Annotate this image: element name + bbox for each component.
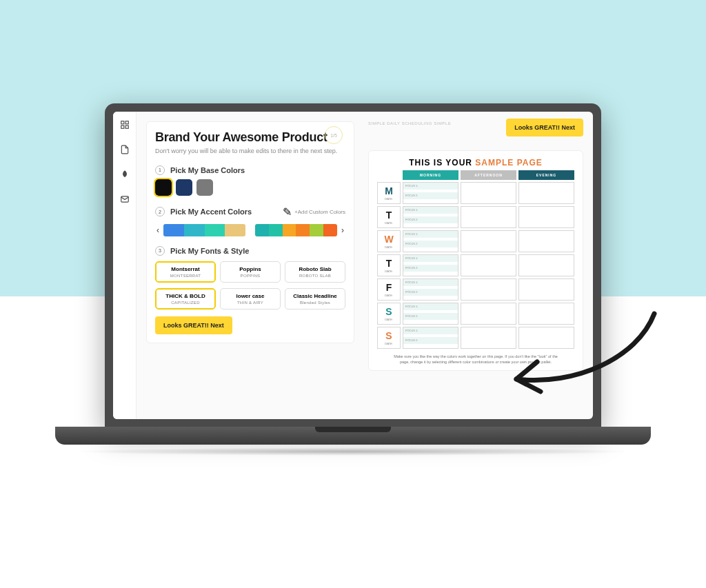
planner-slot: [518, 182, 574, 204]
step-number-1: 1: [155, 165, 165, 175]
document-icon[interactable]: [120, 145, 130, 157]
font-option[interactable]: THICK & BOLDCAPITALIZED: [155, 288, 216, 310]
accent-color-segment[interactable]: [323, 224, 337, 236]
laptop-base: [55, 427, 651, 445]
section-title-fonts: Pick My Fonts & Style: [170, 247, 249, 255]
section-base-colors: 1 Pick My Base Colors: [155, 165, 345, 196]
step-number-3: 3: [155, 246, 165, 256]
section-fonts: 3 Pick My Fonts & Style MontserratMONTSE…: [155, 246, 345, 310]
accent-palette-1[interactable]: [163, 224, 245, 236]
accent-color-segment[interactable]: [163, 224, 184, 236]
planner-header-evening: EVENING: [518, 170, 574, 180]
planner-slot: [518, 206, 574, 228]
svg-rect-1: [125, 121, 128, 124]
planner-slot: FOCUS 1:FOCUS 2:: [403, 182, 458, 204]
accent-color-segment[interactable]: [269, 224, 283, 236]
planner-slot: [461, 303, 516, 325]
planner-slot: [518, 303, 574, 325]
font-option[interactable]: PoppinsPOPPINS: [220, 261, 281, 283]
section-title-base: Pick My Base Colors: [170, 166, 245, 174]
accent-color-segment[interactable]: [283, 224, 296, 236]
planner-slot: [461, 278, 516, 301]
planner-slot: FOCUS 1:FOCUS 2:: [403, 230, 458, 252]
planner-slot: FOCUS 1:FOCUS 2:: [403, 206, 458, 228]
day-label: SDATE:: [377, 327, 401, 349]
app-screen: 1/5 Brand Your Awesome Product Don't wor…: [113, 112, 593, 419]
laptop-shadow: [70, 447, 636, 456]
section-title-accent: Pick My Accent Colors: [170, 207, 252, 216]
accent-color-segment[interactable]: [310, 224, 323, 236]
page-title: Brand Your Awesome Product: [155, 130, 345, 145]
config-card: 1/5 Brand Your Awesome Product Don't wor…: [146, 121, 354, 343]
step-indicator: 1/5: [325, 126, 343, 144]
font-option[interactable]: Roboto SlabROBOTO SLAB: [285, 261, 345, 283]
accent-color-segment[interactable]: [205, 224, 225, 236]
font-style-options: THICK & BOLDCAPITALIZEDlower caseTHIN & …: [155, 288, 345, 310]
planner-slot: FOCUS 1:FOCUS 2:: [403, 303, 458, 325]
laptop-mockup: 1/5 Brand Your Awesome Product Don't wor…: [55, 103, 651, 456]
base-color-swatch[interactable]: [155, 179, 172, 196]
font-option[interactable]: Classic HeadlineBlended Styles: [285, 288, 345, 310]
base-color-swatch[interactable]: [176, 179, 192, 196]
preview-card: THIS IS YOUR SAMPLE PAGE MORNINGAFTERNOO…: [368, 150, 583, 371]
svg-rect-3: [125, 125, 128, 128]
preview-panel: Looks GREAT!! Next SIMPLE DAILY SCHEDULI…: [364, 112, 593, 419]
day-label: WDATE:: [377, 230, 401, 252]
section-accent-colors: 2 Pick My Accent Colors ✎ +Add Custom Co…: [155, 205, 345, 236]
sidebar: [113, 112, 137, 419]
svg-rect-2: [121, 125, 123, 128]
accent-color-segment[interactable]: [225, 224, 245, 236]
add-custom-colors-link[interactable]: +Add Custom Colors: [294, 209, 345, 215]
mail-icon[interactable]: [120, 194, 130, 207]
day-label: TDATE:: [377, 206, 401, 228]
sample-page-title: THIS IS YOUR SAMPLE PAGE: [377, 158, 574, 168]
accent-color-segment[interactable]: [184, 224, 205, 236]
accent-color-segment[interactable]: [255, 224, 269, 236]
next-button-top[interactable]: Looks GREAT!! Next: [506, 119, 583, 136]
font-family-options: MontserratMONTSERRATPoppinsPOPPINSRoboto…: [155, 261, 345, 283]
planner-slot: [518, 327, 574, 349]
preview-note: Make sure you like the way the colors wo…: [377, 354, 574, 365]
page-subtitle: Don't worry you will be able to make edi…: [155, 147, 345, 156]
planner-slot: FOCUS 1:FOCUS 2:: [403, 254, 458, 276]
planner-slot: [461, 182, 516, 204]
planner-slot: [518, 278, 574, 301]
planner-grid: MORNINGAFTERNOONEVENINGMDATE:FOCUS 1:FOC…: [377, 170, 574, 349]
prev-palette-icon[interactable]: ‹: [155, 225, 161, 235]
planner-header-afternoon: AFTERNOON: [461, 170, 516, 180]
base-swatch-row: [155, 179, 345, 196]
planner-slot: [518, 254, 574, 276]
eyedropper-icon[interactable]: ✎: [283, 205, 292, 219]
font-option[interactable]: MontserratMONTSERRAT: [155, 261, 216, 283]
next-button-bottom[interactable]: Looks GREAT!! Next: [155, 316, 232, 334]
rocket-icon[interactable]: [120, 170, 130, 182]
planner-slot: FOCUS 1:FOCUS 2:: [403, 278, 458, 301]
accent-palette-carousel: ‹ ›: [155, 224, 345, 236]
planner-slot: [461, 327, 516, 349]
font-option[interactable]: lower caseTHIN & AIRY: [220, 288, 281, 310]
config-panel: 1/5 Brand Your Awesome Product Don't wor…: [137, 112, 364, 419]
day-label: SDATE:: [377, 303, 401, 325]
dashboard-icon[interactable]: [120, 120, 130, 132]
svg-rect-0: [121, 121, 123, 124]
planner-slot: [461, 230, 516, 252]
day-label: FDATE:: [377, 278, 401, 301]
step-number-2: 2: [155, 207, 165, 216]
planner-slot: FOCUS 1:FOCUS 2:: [403, 327, 458, 349]
planner-slot: [461, 254, 516, 276]
day-label: MDATE:: [377, 182, 401, 204]
day-label: TDATE:: [377, 254, 401, 276]
planner-slot: [518, 230, 574, 252]
accent-palette-2[interactable]: [255, 224, 337, 236]
accent-color-segment[interactable]: [296, 224, 310, 236]
base-color-swatch[interactable]: [196, 179, 213, 196]
next-palette-icon[interactable]: ›: [340, 225, 345, 235]
planner-slot: [461, 206, 516, 228]
screen-bezel: 1/5 Brand Your Awesome Product Don't wor…: [105, 103, 601, 427]
planner-header-morning: MORNING: [403, 170, 458, 180]
